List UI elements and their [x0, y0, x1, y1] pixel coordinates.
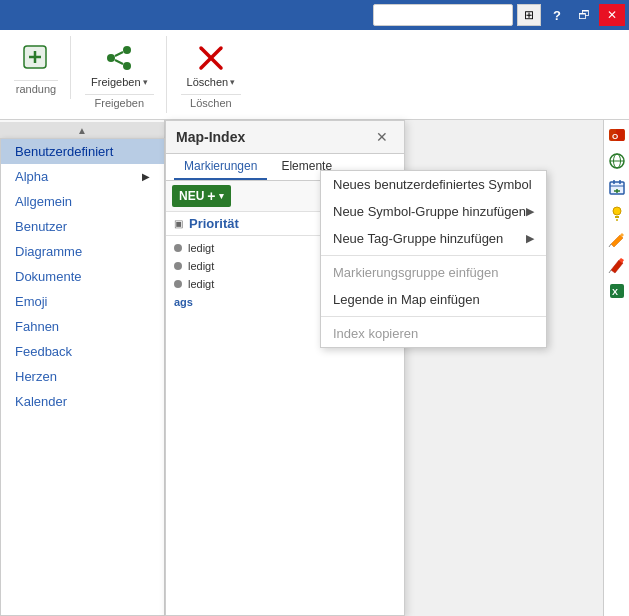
ribbon-group-label-freigeben: Freigeben [85, 94, 154, 109]
priority-label: Priorität [189, 216, 239, 231]
title-bar: ⊞ ? 🗕 🗗 ✕ [0, 0, 629, 30]
freigeben-dropdown-arrow: ▾ [143, 77, 148, 87]
outlook-icon[interactable]: O [606, 124, 628, 146]
panel-title: Map-Index [176, 129, 245, 145]
ribbon-group-freigeben: Freigeben ▾ Freigeben [81, 36, 167, 113]
globe-icon[interactable] [606, 150, 628, 172]
svg-line-7 [115, 60, 123, 64]
submenu-item-herzen[interactable]: Herzen [1, 364, 164, 389]
add-icon [20, 42, 52, 74]
delete-icon [195, 42, 227, 74]
main-area: ▲ Benutzerdefiniert Alpha ▶ Allgemein Be… [0, 120, 629, 616]
ribbon-btn-loeschen[interactable]: Löschen ▾ [181, 40, 242, 90]
context-menu: Neues benutzerdefiniertes Symbol Neue Sy… [320, 170, 547, 348]
help-button[interactable]: ? [545, 4, 569, 26]
ctx-separator-2 [321, 316, 546, 317]
svg-text:X: X [612, 287, 618, 297]
svg-rect-23 [615, 216, 619, 218]
submenu-item-allgemein[interactable]: Allgemein [1, 189, 164, 214]
symbol-group-arrow: ▶ [526, 205, 534, 218]
bulb-icon[interactable] [606, 202, 628, 224]
status-dot-1 [174, 244, 182, 252]
ctx-copy-index: Index kopieren [321, 320, 546, 347]
alpha-arrow: ▶ [142, 171, 150, 182]
submenu-item-kalender[interactable]: Kalender [1, 389, 164, 414]
restore-button[interactable]: 🗗 [571, 4, 597, 26]
pencil-orange-icon[interactable] [606, 228, 628, 250]
status-label-2: ledigt [188, 260, 214, 272]
search-input[interactable] [373, 4, 513, 26]
sidebar-stub: ▲ Benutzerdefiniert Alpha ▶ Allgemein Be… [0, 120, 165, 616]
svg-line-25 [609, 244, 611, 247]
collapse-icon[interactable]: ▣ [174, 218, 183, 229]
loeschen-label: Löschen [187, 76, 229, 88]
freigeben-label: Freigeben [91, 76, 141, 88]
ribbon-group-label-loeschen: Löschen [181, 94, 242, 109]
svg-point-4 [107, 54, 115, 62]
ctx-insert-marking-group: Markierungsgruppe einfügen [321, 259, 546, 286]
ribbon-group-loeschen: Löschen ▾ Löschen [177, 36, 254, 113]
submenu-item-alpha[interactable]: Alpha ▶ [1, 164, 164, 189]
loeschen-dropdown-arrow: ▾ [230, 77, 235, 87]
svg-point-5 [123, 62, 131, 70]
status-dot-2 [174, 262, 182, 270]
submenu-item-dokumente[interactable]: Dokumente [1, 264, 164, 289]
tags-label: ags [174, 296, 193, 308]
neu-button[interactable]: NEU + ▾ [172, 185, 231, 207]
neu-label: NEU [179, 189, 204, 203]
submenu-item-benutzer[interactable]: Benutzer [1, 214, 164, 239]
svg-text:O: O [612, 132, 618, 141]
neu-dropdown-arrow: ▾ [219, 191, 224, 201]
ribbon: randung Freigeben ▾ Freigeben [0, 30, 629, 120]
status-dot-3 [174, 280, 182, 288]
ctx-separator-1 [321, 255, 546, 256]
submenu-item-feedback[interactable]: Feedback [1, 339, 164, 364]
svg-line-26 [609, 270, 611, 273]
top-search-area: ⊞ ? [373, 4, 569, 26]
tab-markierungen[interactable]: Markierungen [174, 154, 267, 180]
pen-red-icon[interactable] [606, 254, 628, 276]
ribbon-group-brandung: randung [10, 36, 71, 99]
ctx-new-symbol[interactable]: Neues benutzerdefiniertes Symbol [321, 171, 546, 198]
panel-header: Map-Index ✕ [166, 121, 404, 154]
panel-close-button[interactable]: ✕ [370, 127, 394, 147]
ctx-new-tag-group[interactable]: Neue Tag-Gruppe hinzufügen ▶ [321, 225, 546, 252]
ctx-new-symbol-group[interactable]: Neue Symbol-Gruppe hinzufügen ▶ [321, 198, 546, 225]
excel-icon[interactable]: X [606, 280, 628, 302]
share-icon [103, 42, 135, 74]
tag-group-arrow: ▶ [526, 232, 534, 245]
calendar-add-icon[interactable] [606, 176, 628, 198]
ribbon-btn-add[interactable] [14, 40, 58, 76]
status-label-1: ledigt [188, 242, 214, 254]
close-button[interactable]: ✕ [599, 4, 625, 26]
submenu-left: Benutzerdefiniert Alpha ▶ Allgemein Benu… [0, 138, 165, 616]
status-label-3: ledigt [188, 278, 214, 290]
svg-point-22 [613, 207, 621, 215]
scroll-up-arrow[interactable]: ▲ [0, 122, 164, 138]
ctx-legend-in-map[interactable]: Legende in Map einfügen [321, 286, 546, 313]
search-icon: ⊞ [524, 8, 534, 22]
svg-point-3 [123, 46, 131, 54]
help-label: ? [553, 8, 561, 23]
right-sidebar: O [603, 120, 629, 616]
submenu-item-fahnen[interactable]: Fahnen [1, 314, 164, 339]
ribbon-btn-freigeben[interactable]: Freigeben ▾ [85, 40, 154, 90]
ribbon-group-label-randung: randung [14, 80, 58, 95]
submenu-item-emoji[interactable]: Emoji [1, 289, 164, 314]
submenu-item-benutzerdefiniert[interactable]: Benutzerdefiniert [1, 139, 164, 164]
submenu-item-diagramme[interactable]: Diagramme [1, 239, 164, 264]
search-button[interactable]: ⊞ [517, 4, 541, 26]
neu-plus-icon: + [207, 188, 215, 204]
svg-line-6 [115, 52, 123, 56]
